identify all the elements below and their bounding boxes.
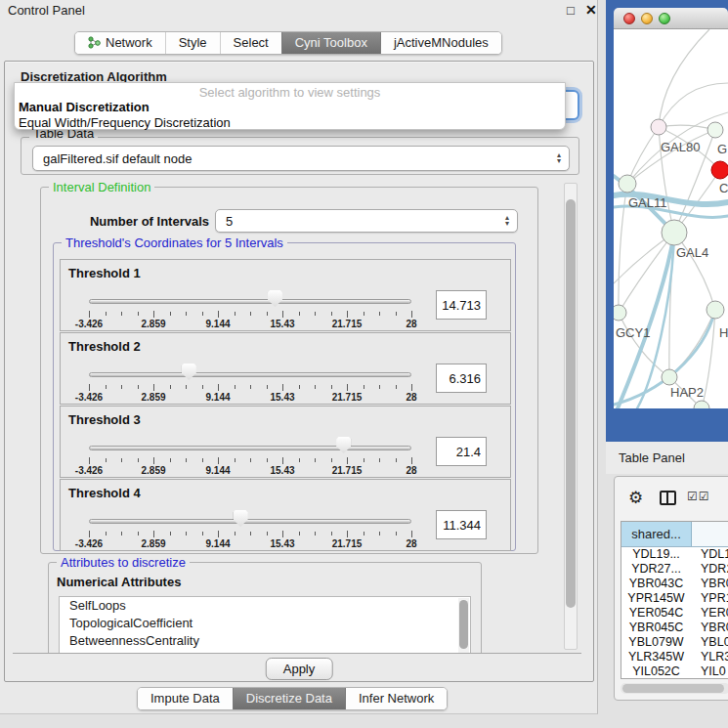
slider-thumb[interactable] [336,437,351,453]
slider-tick [250,312,251,316]
network-window-titlebar [614,8,728,29]
attribute-item-topologicalcoefficient[interactable]: TopologicalCoefficient [60,615,470,632]
tab-cyni-toolbox[interactable]: Cyni Toolbox [281,32,380,54]
network-edge[interactable] [659,83,728,127]
tab-network[interactable]: Network [75,32,165,54]
slider-tick [138,312,139,316]
bottom-tab-bar: Impute DataDiscretize DataInfer Network [137,687,448,710]
slider-thumb[interactable] [182,364,196,380]
threshold-value-input[interactable] [436,437,487,466]
slider-track[interactable] [89,299,411,304]
threshold-value-input[interactable] [436,290,487,320]
number-of-intervals-label: Number of Intervals [70,214,209,229]
tab-infer-network[interactable]: Infer Network [345,688,447,709]
numerical-attributes-list[interactable]: SelfLoopsTopologicalCoefficientBetweenne… [59,596,471,653]
cell-name: YBR0 [692,577,728,591]
tick-label: 15.43 [270,538,294,549]
attributes-scrollbar[interactable] [458,598,469,653]
network-icon [88,36,101,49]
menu-item-equal-width-frequency[interactable]: Equal Width/Frequency Discretization [19,115,231,130]
float-window-icon[interactable]: □ [567,3,575,18]
table-horizontal-scrollbar[interactable] [621,683,728,694]
slider-tick [411,531,412,537]
slider-track[interactable] [89,372,411,377]
slider-tick [250,458,251,462]
close-traffic-light-icon[interactable] [623,13,635,24]
table-row[interactable]: YIL052CYIL0 [621,664,728,679]
table-row[interactable]: YPR145WYPR1 [621,591,728,606]
settings-scrollbar[interactable] [564,183,578,650]
menu-item-manual-discretization[interactable]: Manual Discretization [19,100,150,114]
threshold-value-input[interactable] [436,510,487,539]
network-node[interactable] [707,301,724,319]
slider-tick [235,458,236,462]
network-node[interactable] [707,122,723,138]
slider-track[interactable] [89,446,411,450]
column-header-shared-name[interactable]: shared... [621,522,692,546]
tab-impute-data[interactable]: Impute Data [138,688,233,709]
apply-button[interactable]: Apply [266,658,333,680]
slider-track[interactable] [89,519,411,524]
gear-icon[interactable]: ⚙ [628,488,643,508]
slider-tick [106,385,107,389]
node-label-gal80: GAL80 [661,140,700,154]
slider-tick [153,457,154,464]
cell-shared-name: YDL19... [621,547,692,562]
slider-thumb[interactable] [234,510,248,527]
network-node[interactable] [651,119,666,135]
columns-icon[interactable] [660,491,676,505]
column-header-name[interactable]: n [692,522,728,546]
table-horizontal-scrollbar-thumb[interactable] [622,684,724,693]
attribute-item-selfloops[interactable]: SelfLoops [60,597,470,615]
network-edge[interactable] [659,29,709,127]
slider-tick [138,458,139,462]
attributes-scrollbar-thumb[interactable] [459,600,468,649]
slider-tick [411,311,412,318]
network-node[interactable] [662,369,677,385]
slider-tick [299,385,300,389]
slider-tick [331,385,332,389]
table-row[interactable]: YBL079WYBL0 [621,635,728,650]
network-node[interactable] [662,220,687,245]
number-of-intervals-value: 5 [226,214,233,229]
table-row[interactable]: YER054CYER0 [621,606,728,621]
cell-name: YPR1 [692,591,728,606]
cell-name: YLR3 [692,650,728,664]
network-edge[interactable] [619,184,627,313]
network-node[interactable] [614,305,626,321]
threshold-value-input[interactable] [436,364,487,393]
zoom-traffic-light-icon[interactable] [659,13,670,24]
network-edge[interactable] [669,310,715,377]
slider-tick [202,385,203,389]
attribute-item-betweennesscentrality[interactable]: BetweennessCentrality [60,632,470,650]
network-node[interactable] [694,401,709,408]
tab-discretize-data[interactable]: Discretize Data [233,688,345,709]
tab-select[interactable]: Select [220,32,281,54]
network-node[interactable] [711,161,728,179]
cell-shared-name: YBR043C [621,577,692,591]
table-row[interactable]: YBR045CYBR0 [621,621,728,635]
slider-tick [267,312,268,316]
network-node[interactable] [619,175,636,193]
table-row[interactable]: YLR345WYLR3 [621,650,728,664]
minimize-traffic-light-icon[interactable] [641,13,653,24]
slider-tick [267,532,268,535]
settings-scrollbar-thumb[interactable] [566,199,576,608]
tab-style[interactable]: Style [165,32,220,54]
tab-label: Discretize Data [246,691,332,706]
cell-name: YIL0 [692,664,728,679]
close-icon[interactable]: ✕ [585,2,597,18]
slider-tick [121,312,122,316]
tab-jactivemnodules[interactable]: jActiveMNodules [380,32,501,54]
network-canvas[interactable]: GAL80GCGAL11GAL4GCY1HHAP2 [614,29,728,408]
cell-shared-name: YPR145W [621,591,692,606]
table-row[interactable]: YDR27...YDR2 [621,562,728,577]
select-columns-icon[interactable]: ☑☑ [687,490,710,503]
number-of-intervals-combobox[interactable]: 5 ▴▾ [215,209,518,233]
node-table: shared... n YDL19...YDL1YDR27...YDR2YBR0… [621,521,728,679]
table-row[interactable]: YDL19...YDL1 [621,547,728,562]
table-row[interactable]: YBR043CYBR0 [621,577,728,591]
slider-thumb[interactable] [268,290,282,307]
table-data-combobox[interactable]: galFiltered.sif default node ▴▾ [32,146,570,171]
network-edge[interactable] [659,125,715,130]
